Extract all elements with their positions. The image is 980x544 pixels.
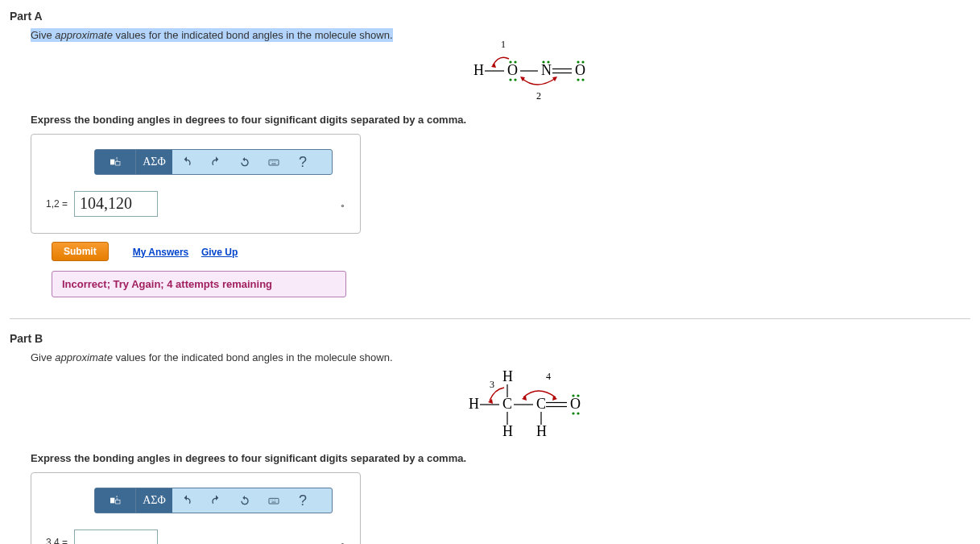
redo-btn-b[interactable] — [201, 488, 230, 513]
svg-text:O: O — [575, 62, 585, 78]
degree-unit-a: ∘ — [340, 201, 345, 211]
svg-point-16 — [577, 78, 579, 81]
part-b-sub-instruction: Express the bonding angles in degrees to… — [31, 452, 970, 464]
toolbar-b: xa ΑΣΦ ? — [94, 488, 333, 513]
svg-text:N: N — [541, 62, 552, 78]
eq-label-a: 1,2 = — [46, 198, 68, 210]
svg-text:H: H — [469, 396, 479, 412]
instr-a-post: values for the indicated bond angles in … — [113, 29, 393, 41]
svg-point-10 — [509, 78, 511, 81]
keyboard-btn[interactable] — [259, 150, 288, 174]
part-b-title: Part B — [10, 332, 970, 345]
svg-rect-54 — [116, 500, 120, 504]
instr-a-em: approximate — [55, 29, 113, 41]
help-btn-b[interactable]: ? — [288, 488, 317, 513]
svg-point-47 — [572, 412, 574, 414]
svg-point-8 — [509, 60, 511, 63]
format-rect-btn-b[interactable]: xa — [95, 488, 135, 513]
svg-rect-21 — [110, 160, 114, 165]
reset-btn-b[interactable] — [230, 488, 259, 513]
feedback-a: Incorrect; Try Again; 4 attempts remaini… — [52, 271, 346, 297]
svg-text:O: O — [570, 396, 581, 412]
svg-point-9 — [514, 60, 516, 63]
answer-box-a: xa ΑΣΦ ? 1,2 = 104,120 ∘ — [31, 134, 361, 234]
part-a-sub-instruction: Express the bonding angles in degrees to… — [31, 114, 970, 126]
instr-a-pre: Give — [31, 29, 55, 41]
svg-text:H: H — [502, 423, 513, 439]
instr-b-pre: Give — [31, 351, 55, 363]
svg-text:H: H — [536, 423, 547, 439]
reset-icon — [238, 156, 251, 168]
answer-box-b: xa ΑΣΦ ? 3,4 = ∘ — [31, 472, 361, 544]
undo-icon — [180, 494, 193, 507]
give-up-link-a[interactable]: Give Up — [201, 247, 238, 258]
svg-text:C: C — [502, 396, 512, 412]
angle-label-1: 1 — [501, 39, 506, 50]
svg-point-14 — [577, 60, 579, 63]
redo-icon — [209, 156, 222, 168]
toolbar-a: xa ΑΣΦ ? — [94, 149, 333, 175]
reset-icon — [238, 494, 251, 507]
svg-text:a: a — [116, 494, 118, 498]
svg-point-45 — [572, 394, 574, 397]
svg-point-12 — [542, 60, 544, 63]
undo-icon — [180, 156, 193, 168]
angle-label-3: 3 — [490, 379, 494, 390]
svg-marker-20 — [552, 77, 557, 81]
svg-point-13 — [547, 60, 549, 63]
my-answers-link-a[interactable]: My Answers — [133, 247, 189, 258]
part-separator — [10, 318, 970, 319]
instr-b-post: values for the indicated bond angles in … — [113, 351, 393, 363]
greek-letters-btn-b[interactable]: ΑΣΦ — [135, 488, 172, 513]
svg-text:H: H — [502, 368, 513, 384]
svg-point-48 — [577, 412, 579, 414]
keyboard-icon — [267, 494, 280, 507]
format-rect-btn[interactable]: xa — [95, 150, 135, 174]
eq-label-b: 3,4 = — [46, 537, 68, 544]
svg-rect-25 — [269, 160, 279, 165]
keyboard-icon — [267, 156, 280, 168]
svg-point-11 — [514, 78, 516, 81]
angle-label-2: 2 — [536, 90, 541, 102]
svg-point-17 — [581, 78, 584, 81]
part-a-title: Part A — [10, 10, 970, 23]
molecule-b-diagram: H C C O H H H — [465, 363, 970, 441]
svg-rect-52 — [110, 498, 114, 504]
svg-point-15 — [581, 60, 584, 63]
redo-icon — [209, 494, 222, 507]
greek-letters-btn[interactable]: ΑΣΦ — [135, 150, 172, 174]
redo-btn[interactable] — [201, 150, 230, 174]
undo-btn[interactable] — [172, 150, 201, 174]
reset-btn[interactable] — [230, 150, 259, 174]
help-btn[interactable]: ? — [288, 150, 317, 174]
undo-btn-b[interactable] — [172, 488, 201, 513]
part-b-instruction: Give approximate values for the indicate… — [31, 351, 970, 363]
instr-b-em: approximate — [55, 351, 113, 363]
svg-point-46 — [577, 394, 579, 397]
angle-label-4: 4 — [546, 371, 551, 382]
svg-text:a: a — [116, 156, 118, 160]
submit-button-a[interactable]: Submit — [52, 242, 109, 261]
svg-text:C: C — [536, 396, 546, 412]
svg-text:H: H — [473, 62, 484, 78]
answer-input-b[interactable] — [74, 529, 158, 544]
degree-unit-b: ∘ — [340, 539, 345, 544]
svg-text:O: O — [507, 62, 518, 78]
svg-rect-23 — [116, 161, 120, 165]
svg-rect-56 — [269, 498, 279, 504]
molecule-a-diagram: H O N O 1 2 — [465, 38, 970, 102]
answer-input-a[interactable]: 104,120 — [74, 191, 158, 217]
keyboard-btn-b[interactable] — [259, 488, 288, 513]
